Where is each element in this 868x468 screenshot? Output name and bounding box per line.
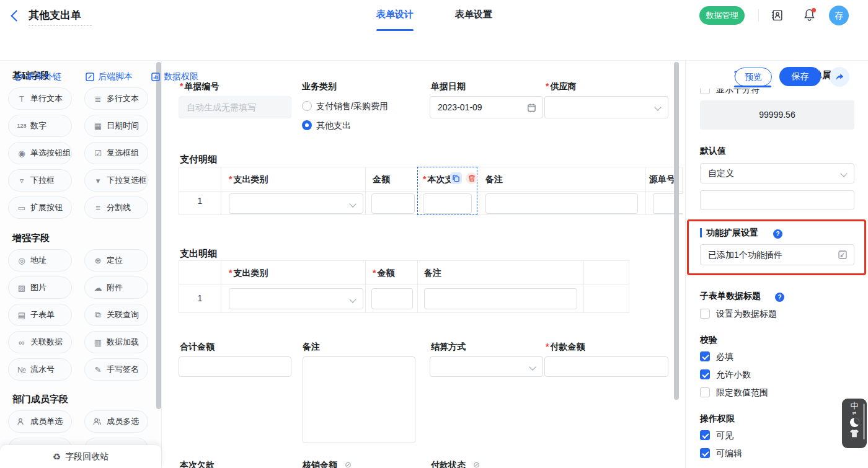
field-type-radio-group[interactable]: ◉单选按钮组 [8,142,72,164]
data-manage-button[interactable]: 数据管理 [699,6,745,25]
table-col-divider [365,167,366,214]
field-type-subform[interactable]: ▤子表单 [8,304,72,326]
field-type-data-loader[interactable]: ▥数据加载 [84,331,148,353]
sidebar-scrollbar[interactable] [156,62,161,409]
radio-other-expense-label[interactable]: 其他支出 [316,120,351,131]
field-type-checkbox-group[interactable]: ☑复选框组 [84,142,148,164]
limit-range-checkbox[interactable] [700,387,710,397]
field-type-member-multi[interactable]: 成员多选 [84,410,148,433]
field-type-linked-data[interactable]: ∞关联数据 [8,331,72,353]
number-icon: 123 [16,123,27,129]
row-amount-input[interactable] [371,193,415,214]
chevron-down-icon [349,200,356,207]
crosshair-icon: ⊕ [92,256,104,265]
settle-method-select[interactable] [430,356,543,377]
field-preview-value: 99999.56 [700,100,854,130]
field-type-divider[interactable]: ≡分割线 [84,196,148,219]
note-textarea[interactable] [303,356,415,443]
field-type-geolocation[interactable]: ⊕定位 [84,249,148,272]
tab-form-settings[interactable]: 表单设置 [449,9,498,20]
field-type-member-single[interactable]: 成员单选 [8,410,72,433]
row-note-input[interactable] [485,193,638,214]
field-type-datetime[interactable]: ▦日期时间 [84,115,148,137]
field-type-attachment[interactable]: ☁附件 [84,276,148,299]
radio-pay-sales-label[interactable]: 支付销售/采购费用 [316,101,388,112]
plugin-field[interactable]: 已添加1个功能插件 [700,244,854,265]
doc-no-input[interactable]: 自动生成无需填写 [179,96,291,118]
note-label: 备注 [303,342,320,353]
row-amount-input[interactable] [371,288,413,309]
data-title-checkbox[interactable] [700,309,710,319]
current-debt-label: 本次欠款 [180,460,215,468]
pay-amount-input[interactable] [544,356,668,377]
visible-checkbox[interactable] [700,430,710,440]
editable-label[interactable]: 可编辑 [716,448,742,459]
chevron-down-icon [349,296,356,302]
field-type-multi-line-text[interactable]: ≣多行文本 [84,87,148,110]
delete-column-icon[interactable] [466,172,477,184]
checkbox-icon: ☑ [92,149,104,158]
default-value-select[interactable]: 自定义 [700,163,854,183]
row-note-input[interactable] [424,288,577,309]
button-icon: ▭ [16,203,27,213]
field-type-multi-dropdown[interactable]: ▾下拉复选框 [84,169,148,192]
row-category-select[interactable] [229,288,363,309]
table-col-divider [645,167,646,214]
person-icon [16,417,27,426]
back-icon[interactable] [11,10,22,21]
expense-detail-table: 支出类别 金额 备注 1 [179,260,629,313]
radio-other-expense[interactable] [302,120,312,130]
language-toggle[interactable]: 中 [851,402,859,410]
allow-decimal-checkbox[interactable] [700,369,710,379]
canvas-scrollbar[interactable] [674,62,679,400]
limit-range-label[interactable]: 限定数值范围 [716,387,768,399]
row-category-select[interactable] [229,193,363,214]
dark-mode-moon-icon[interactable] [850,418,859,427]
total-amount-input[interactable] [179,356,291,377]
tab-form-design[interactable]: 表单设计 [370,9,420,20]
field-type-address[interactable]: ◎地址 [8,249,72,272]
default-value-input[interactable] [700,190,854,210]
form-title[interactable]: 其他支出单 [29,8,81,22]
edit-pencil-icon[interactable] [838,250,848,260]
field-type-number[interactable]: 123数字 [8,115,72,137]
field-type-extend-button[interactable]: ▭扩展按钮 [8,196,72,219]
bar-chart-icon: ▥ [92,338,104,347]
visible-label[interactable]: 可见 [716,430,733,441]
radio-pay-sales[interactable] [302,101,312,111]
link-icon [14,72,24,82]
required-label[interactable]: 必填 [716,351,733,363]
field-type-linked-query[interactable]: ⧉关联查询 [84,304,148,326]
share-button[interactable] [830,67,849,87]
calendar-icon [527,103,536,112]
external-link-button[interactable]: 表单外链 [14,71,61,82]
allow-decimal-label[interactable]: 允许小数 [716,369,751,381]
preview-button[interactable]: 预览 [735,68,772,86]
avatar[interactable]: 存 [829,6,849,25]
field-type-dropdown[interactable]: ▿下拉框 [8,169,72,192]
chevron-down-icon [840,170,847,177]
widget-scrollbar [863,404,865,439]
field-recycle-bin[interactable]: ♻ 字段回收站 [0,445,161,468]
field-type-image[interactable]: ▨图片 [8,276,72,299]
theme-shirt-icon[interactable] [849,429,859,438]
required-checkbox[interactable] [700,351,710,361]
field-type-serial-number[interactable]: №流水号 [8,358,72,381]
field-type-signature[interactable]: ✎手写签名 [84,358,148,381]
data-title-checkbox-label[interactable]: 设置为数据标题 [716,309,777,320]
copy-column-icon[interactable] [450,172,462,184]
table-col-divider [365,261,366,312]
supplier-select[interactable] [544,96,668,118]
help-icon[interactable]: ? [771,290,784,302]
table-col-divider [417,261,418,312]
language-swap-icon: ⇄ [852,411,857,416]
data-permission-button[interactable]: 数据权限 [151,71,198,82]
field-type-single-line-text[interactable]: T单行文本 [8,87,72,110]
save-button[interactable]: 保存 [779,67,821,86]
notification-badge [812,8,816,12]
help-icon[interactable]: ? [769,227,782,239]
address-book-icon[interactable] [771,9,784,22]
editable-checkbox[interactable] [700,448,710,458]
backend-script-button[interactable]: 后端脚本 [85,71,133,82]
doc-date-input[interactable]: 2023-01-09 [430,96,543,118]
